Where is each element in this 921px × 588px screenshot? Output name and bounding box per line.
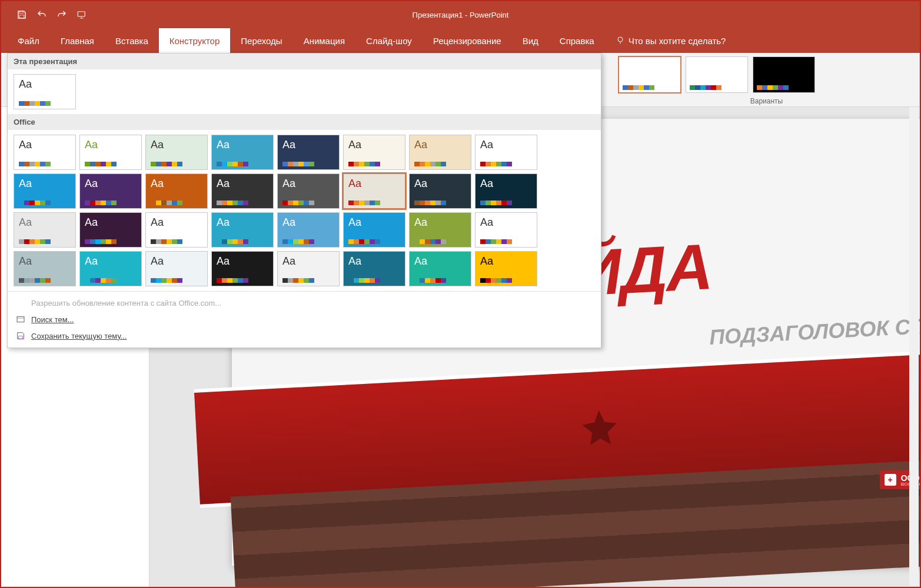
- theme-thumb[interactable]: Aa: [277, 173, 340, 209]
- theme-thumb[interactable]: Aa: [211, 251, 274, 286]
- gallery-section-this-presentation: Эта презентация: [8, 54, 601, 69]
- variant-thumb[interactable]: [753, 56, 815, 93]
- theme-thumb[interactable]: Aa: [79, 212, 142, 248]
- save-theme-icon: [16, 331, 25, 340]
- browse-icon: [16, 315, 25, 324]
- theme-thumb[interactable]: Aa: [475, 251, 537, 286]
- start-from-beginning-icon[interactable]: [75, 8, 88, 21]
- theme-thumb[interactable]: Aa: [409, 212, 471, 248]
- tab-файл[interactable]: Файл: [7, 28, 50, 53]
- svg-point-3: [618, 37, 623, 42]
- variants-group: Варианты: [614, 53, 920, 106]
- save-icon[interactable]: [15, 8, 28, 21]
- tab-переходы[interactable]: Переходы: [230, 28, 292, 53]
- svg-rect-2: [78, 12, 85, 16]
- variants-label: Варианты: [619, 96, 915, 105]
- quick-access-toolbar: [1, 8, 88, 21]
- theme-thumb[interactable]: Aa: [343, 251, 405, 286]
- ribbon-tabs: ФайлГлавнаяВставкаКонструкторПереходыАни…: [1, 28, 920, 53]
- theme-thumb[interactable]: Aa: [14, 74, 76, 109]
- theme-thumb[interactable]: Aa: [475, 212, 537, 248]
- theme-thumb[interactable]: Aa: [277, 212, 340, 248]
- variant-thumb[interactable]: [686, 56, 748, 93]
- gallery-browse-themes[interactable]: Поиск тем...: [8, 311, 601, 328]
- tab-вставка[interactable]: Вставка: [105, 28, 159, 53]
- theme-thumb[interactable]: Aa: [211, 173, 274, 209]
- plus-icon: +: [885, 474, 896, 486]
- tell-me-search[interactable]: Что вы хотите сделать?: [605, 28, 726, 53]
- tab-главная[interactable]: Главная: [50, 28, 105, 53]
- theme-thumb[interactable]: Aa: [211, 212, 274, 248]
- theme-thumb[interactable]: Aa: [343, 135, 405, 170]
- theme-thumb[interactable]: Aa: [277, 135, 340, 170]
- theme-thumb[interactable]: Aa: [409, 173, 471, 209]
- tab-конструктор[interactable]: Конструктор: [159, 28, 231, 53]
- theme-thumb[interactable]: Aa: [79, 251, 142, 286]
- tab-вид[interactable]: Вид: [512, 28, 549, 53]
- theme-thumb[interactable]: Aa: [343, 173, 405, 209]
- theme-thumb[interactable]: Aa: [277, 251, 340, 286]
- theme-thumb[interactable]: Aa: [79, 135, 142, 170]
- svg-rect-1: [19, 15, 24, 18]
- theme-thumb[interactable]: Aa: [409, 251, 471, 286]
- redo-icon[interactable]: [55, 8, 68, 21]
- theme-thumb[interactable]: Aa: [14, 212, 76, 248]
- theme-thumb[interactable]: Aa: [475, 173, 537, 209]
- slide-subtitle-text[interactable]: ПОДЗАГОЛОВОК СЛАЙ: [709, 312, 920, 350]
- window-title: Презентация1 - PowerPoint: [413, 11, 509, 19]
- theme-thumb[interactable]: Aa: [145, 135, 208, 170]
- gallery-footer: Разрешить обновление контента с сайта Of…: [8, 291, 601, 348]
- theme-thumb[interactable]: Aa: [343, 212, 405, 248]
- vertical-scrollbar[interactable]: [909, 107, 919, 586]
- undo-icon[interactable]: [35, 8, 48, 21]
- svg-rect-5: [19, 336, 23, 339]
- theme-thumb[interactable]: Aa: [14, 251, 76, 286]
- theme-thumb[interactable]: Aa: [14, 173, 76, 209]
- title-bar: Презентация1 - PowerPoint: [1, 1, 920, 28]
- tab-анимация[interactable]: Анимация: [293, 28, 355, 53]
- theme-thumb[interactable]: Aa: [211, 135, 274, 170]
- theme-thumb[interactable]: Aa: [79, 173, 142, 209]
- svg-rect-4: [17, 316, 24, 322]
- gallery-section-office: Office: [8, 114, 601, 130]
- theme-thumb[interactable]: Aa: [145, 212, 208, 248]
- variant-thumb[interactable]: [619, 56, 681, 93]
- app-window: Презентация1 - PowerPoint ФайлГлавнаяВст…: [0, 0, 921, 588]
- gallery-update-content: Разрешить обновление контента с сайта Of…: [8, 295, 601, 311]
- variants-row: [619, 56, 915, 93]
- tab-рецензирование[interactable]: Рецензирование: [423, 28, 512, 53]
- theme-thumb[interactable]: Aa: [145, 173, 208, 209]
- theme-thumb[interactable]: Aa: [475, 135, 537, 170]
- tab-слайд-шоу[interactable]: Слайд-шоу: [355, 28, 423, 53]
- gallery-save-theme[interactable]: Сохранить текущую тему...: [8, 328, 601, 344]
- theme-thumb[interactable]: Aa: [145, 251, 208, 286]
- theme-thumb[interactable]: Aa: [14, 135, 76, 170]
- theme-gallery-dropdown: Эта презентация Aa Office AaAaAaAaAaAaAa…: [7, 53, 601, 348]
- theme-thumb[interactable]: Aa: [409, 135, 471, 170]
- tab-справка[interactable]: Справка: [549, 28, 605, 53]
- star-icon: [578, 406, 621, 449]
